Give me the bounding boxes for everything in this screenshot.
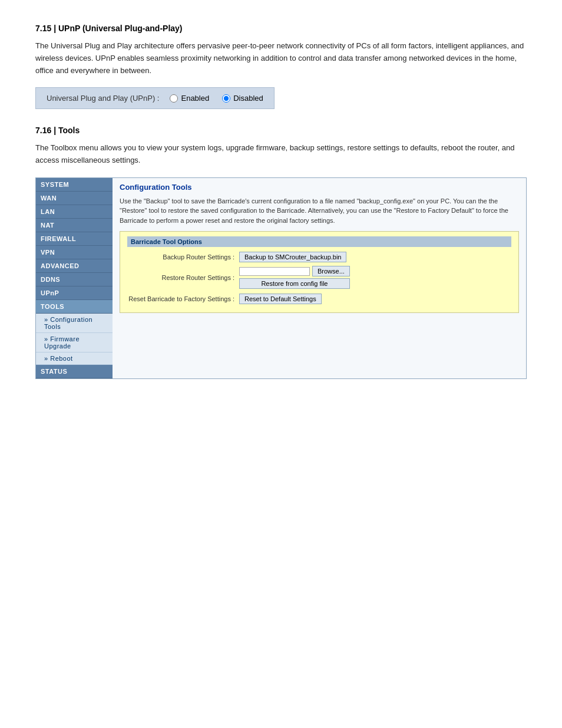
restore-row: Restore Router Settings : Browse... Rest… [127, 266, 511, 289]
sidebar-item-nat[interactable]: NAT [36, 219, 113, 232]
upnp-enabled-option[interactable]: Enabled [170, 94, 209, 103]
reset-button[interactable]: Reset to Default Settings [239, 294, 322, 304]
restore-file-input[interactable] [239, 267, 310, 276]
barricade-options-box: Barricade Tool Options Backup Router Set… [120, 231, 519, 313]
sidebar-item-ddns[interactable]: DDNS [36, 273, 113, 286]
sidebar-item-configuration-tools[interactable]: Configuration Tools [36, 314, 113, 333]
restore-controls: Browse... Restore from config file [239, 266, 350, 289]
section-715-description: The Universal Plug and Play architecture… [35, 40, 527, 77]
reset-label: Reset Barricade to Factory Settings : [127, 295, 239, 302]
section-715: 7.15 | UPnP (Universal Plug-and-Play) Th… [35, 24, 527, 109]
sidebar-item-vpn[interactable]: VPN [36, 246, 113, 259]
upnp-form-label: Universal Plug and Play (UPnP) : [47, 94, 159, 103]
restore-label: Restore Router Settings : [127, 274, 239, 281]
sidebar-item-reboot[interactable]: Reboot [36, 353, 113, 365]
reset-row: Reset Barricade to Factory Settings : Re… [127, 294, 511, 304]
content-desc: Use the "Backup" tool to save the Barric… [120, 196, 519, 226]
upnp-form-box: Universal Plug and Play (UPnP) : Enabled… [35, 87, 275, 109]
sidebar-item-status[interactable]: STATUS [36, 365, 113, 378]
upnp-enabled-label: Enabled [181, 94, 209, 103]
upnp-radio-group: Enabled Disabled [170, 94, 263, 103]
backup-label: Backup Router Settings : [127, 253, 239, 261]
section-715-title: 7.15 | UPnP (Universal Plug-and-Play) [35, 24, 527, 33]
tools-panel: SYSTEM WAN LAN NAT FIREWALL VPN ADVANCED… [35, 177, 527, 379]
upnp-disabled-option[interactable]: Disabled [222, 94, 263, 103]
reset-controls: Reset to Default Settings [239, 294, 322, 304]
upnp-enabled-radio[interactable] [170, 94, 178, 103]
sidebar-item-system[interactable]: SYSTEM [36, 178, 113, 192]
sidebar-item-advanced[interactable]: ADVANCED [36, 259, 113, 273]
sidebar-item-tools[interactable]: TOOLS [36, 300, 113, 314]
sidebar-item-firewall[interactable]: FIREWALL [36, 232, 113, 246]
upnp-disabled-radio[interactable] [222, 94, 230, 103]
sidebar-item-firmware-upgrade[interactable]: Firmware Upgrade [36, 333, 113, 353]
sidebar-item-lan[interactable]: LAN [36, 205, 113, 219]
backup-row: Backup Router Settings : Backup to SMCro… [127, 252, 511, 262]
browse-button[interactable]: Browse... [312, 266, 350, 276]
barricade-options-title: Barricade Tool Options [127, 236, 511, 247]
restore-file-row: Browse... [239, 266, 350, 276]
content-title: Configuration Tools [120, 183, 519, 192]
tools-sidebar: SYSTEM WAN LAN NAT FIREWALL VPN ADVANCED… [36, 178, 113, 378]
sidebar-item-upnp[interactable]: UPnP [36, 286, 113, 300]
backup-controls: Backup to SMCrouter_backup.bin [239, 252, 346, 262]
sidebar-item-wan[interactable]: WAN [36, 192, 113, 205]
backup-button[interactable]: Backup to SMCrouter_backup.bin [239, 252, 346, 262]
restore-button[interactable]: Restore from config file [239, 278, 350, 289]
tools-layout: SYSTEM WAN LAN NAT FIREWALL VPN ADVANCED… [36, 178, 526, 378]
section-716-description: The Toolbox menu allows you to view your… [35, 142, 527, 167]
section-716: 7.16 | Tools The Toolbox menu allows you… [35, 126, 527, 379]
section-716-title: 7.16 | Tools [35, 126, 527, 135]
upnp-disabled-label: Disabled [233, 94, 263, 103]
tools-content: Configuration Tools Use the "Backup" too… [113, 178, 526, 378]
